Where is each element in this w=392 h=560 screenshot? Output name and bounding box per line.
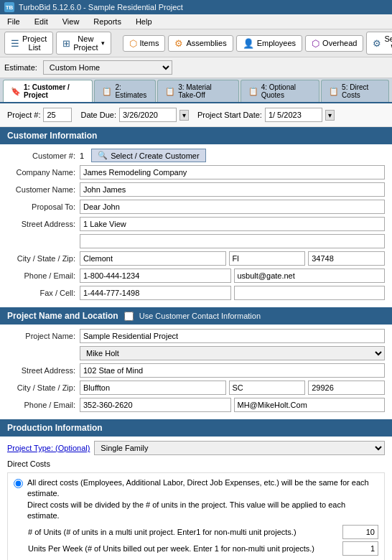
units-per-week-row: Units Per Week (# of Units billed out pe… xyxy=(28,541,378,556)
proj-street-label: Street Address: xyxy=(7,366,75,375)
tab-estimates-icon: 📋 xyxy=(102,87,112,96)
start-date-picker[interactable]: ▾ xyxy=(325,110,335,121)
employees-button[interactable]: 👤 Employees xyxy=(236,35,302,52)
proj-email-input[interactable] xyxy=(234,398,386,412)
project-type-link[interactable]: Project Type: (Optional) xyxy=(7,444,90,452)
project-list-label: Project List xyxy=(22,34,47,52)
tab-direct[interactable]: 📋 5: Direct Costs xyxy=(321,80,389,102)
project-number-input[interactable] xyxy=(43,108,72,122)
proj-city-row: City / State / Zip: xyxy=(7,381,385,395)
setup-icon: ⚙ xyxy=(373,38,381,49)
units-per-week-input[interactable] xyxy=(342,541,378,556)
toolbar: ☰ Project List ⊞ New Project ▾ ⬡ Items ⚙… xyxy=(0,29,392,57)
project-type-select[interactable]: Single Family Multi Family Commercial xyxy=(94,441,385,455)
customer-info-header: Customer Information xyxy=(0,127,392,144)
phone-email-row: Phone / Email: xyxy=(7,269,385,283)
units-label: # of Units (# of units in a multi unit p… xyxy=(28,528,338,536)
fax-cell-row: Fax / Cell: xyxy=(7,286,385,300)
project-number-label: Project #: xyxy=(7,111,40,119)
new-project-label: New Project xyxy=(73,34,98,52)
street-address-row: Street Address: xyxy=(7,217,385,231)
date-due-picker[interactable]: ▾ xyxy=(179,110,189,121)
use-customer-contact-label: Use Customer Contact Information xyxy=(139,312,261,320)
items-button[interactable]: ⬡ Items xyxy=(123,35,166,52)
radio1-row: All direct costs (Employees, Additional … xyxy=(14,477,378,522)
proj-phone-input[interactable] xyxy=(80,398,231,412)
tab-material-label: 3: Material Take-Off xyxy=(178,83,231,99)
date-due-input[interactable] xyxy=(119,108,177,122)
assemblies-button[interactable]: ⚙ Assemblies xyxy=(168,35,233,52)
items-label: Items xyxy=(140,39,159,47)
units-input[interactable] xyxy=(342,525,378,539)
direct-costs-option1-section: All direct costs (Employees, Additional … xyxy=(7,472,385,560)
assemblies-icon: ⚙ xyxy=(174,38,183,49)
tab-estimates-label: 2: Estimates xyxy=(115,83,148,99)
content-area: Project #: Date Due: ▾ Project Start Dat… xyxy=(0,103,392,560)
phone-label: Phone / Email: xyxy=(7,271,75,280)
email-input[interactable] xyxy=(234,269,386,283)
select-create-customer-button[interactable]: 🔍 Select / Create Customer xyxy=(91,149,206,162)
tab-estimates[interactable]: 📋 2: Estimates xyxy=(94,80,156,102)
tab-quotes[interactable]: 📋 4: Optional Quotes xyxy=(241,80,319,102)
employees-icon: 👤 xyxy=(243,38,254,49)
company-input[interactable] xyxy=(80,165,385,179)
street-input[interactable] xyxy=(80,217,385,231)
overhead-button[interactable]: ⬡ Overhead xyxy=(305,35,363,52)
estimate-bar: Estimate: Custom Home xyxy=(0,57,392,78)
items-icon: ⬡ xyxy=(129,38,137,49)
tab-customer-label: 1: Customer / Project xyxy=(24,83,85,99)
project-list-button[interactable]: ☰ Project List xyxy=(4,32,53,55)
state-input[interactable] xyxy=(229,251,306,266)
customer-name-label: Customer Name: xyxy=(7,185,75,194)
fax-input[interactable] xyxy=(80,286,231,300)
company-label: Company Name: xyxy=(7,168,75,177)
proj-name-label: Project Name: xyxy=(7,332,75,340)
customer-info-form: Customer #: 1 🔍 Select / Create Customer… xyxy=(0,144,392,307)
menu-file[interactable]: File xyxy=(4,16,23,27)
menu-reports[interactable]: Reports xyxy=(90,16,124,27)
phone-input[interactable] xyxy=(80,269,231,283)
proposal-label: Proposal To: xyxy=(7,202,75,211)
title-bar: TB TurboBid 5.12.6.0 - Sample Residentia… xyxy=(0,0,392,14)
city-input[interactable] xyxy=(80,251,226,266)
start-date-input[interactable] xyxy=(265,108,322,122)
assemblies-label: Assemblies xyxy=(186,39,226,47)
proj-street-row: Street Address: xyxy=(7,363,385,378)
tab-quotes-icon: 📋 xyxy=(248,87,258,96)
city-label: City / State / Zip: xyxy=(7,254,75,263)
tab-material-icon: 📋 xyxy=(165,87,175,96)
zip-input[interactable] xyxy=(308,251,385,266)
street-label: Street Address: xyxy=(7,220,75,228)
radio-all-costs[interactable] xyxy=(14,479,23,488)
units-per-week-label: Units Per Week (# of Units billed out pe… xyxy=(28,544,338,553)
use-customer-contact-checkbox[interactable] xyxy=(124,312,134,321)
proj-city-label: City / State / Zip: xyxy=(7,383,75,392)
proj-street-input[interactable] xyxy=(80,363,385,378)
employees-label: Employees xyxy=(257,39,296,47)
menu-edit[interactable]: Edit xyxy=(32,16,51,27)
menu-help[interactable]: Help xyxy=(133,16,155,27)
project-contact-dropdown-row: Mike Holt xyxy=(7,346,385,360)
proj-city-input[interactable] xyxy=(80,381,226,395)
project-name-input[interactable] xyxy=(80,329,385,343)
customer-name-input[interactable] xyxy=(80,182,385,197)
tab-customer-icon: 🔖 xyxy=(11,87,21,96)
proj-state-input[interactable] xyxy=(229,381,306,395)
menu-view[interactable]: View xyxy=(60,16,83,27)
cell-input[interactable] xyxy=(234,286,386,300)
tab-customer[interactable]: 🔖 1: Customer / Project xyxy=(3,80,93,102)
dropdown-arrow-icon: ▾ xyxy=(101,39,105,47)
project-contact-select[interactable]: Mike Holt xyxy=(80,346,385,360)
tabs-container: 🔖 1: Customer / Project 📋 2: Estimates 📋… xyxy=(0,78,392,103)
app-title: TurboBid 5.12.6.0 - Sample Residential P… xyxy=(19,3,183,11)
proposal-input[interactable] xyxy=(80,200,385,214)
proj-zip-input[interactable] xyxy=(308,381,385,395)
tab-material[interactable]: 📋 3: Material Take-Off xyxy=(157,80,239,102)
new-project-button[interactable]: ⊞ New Project ▾ xyxy=(56,32,111,55)
street2-input[interactable] xyxy=(80,234,385,248)
tab-direct-label: 5: Direct Costs xyxy=(342,83,381,99)
radio1-label: All direct costs (Employees, Additional … xyxy=(27,477,378,522)
setup-button[interactable]: ⚙ Setup W xyxy=(366,32,392,55)
setup-label: Setup W xyxy=(384,34,392,52)
estimate-select[interactable]: Custom Home xyxy=(43,60,172,75)
